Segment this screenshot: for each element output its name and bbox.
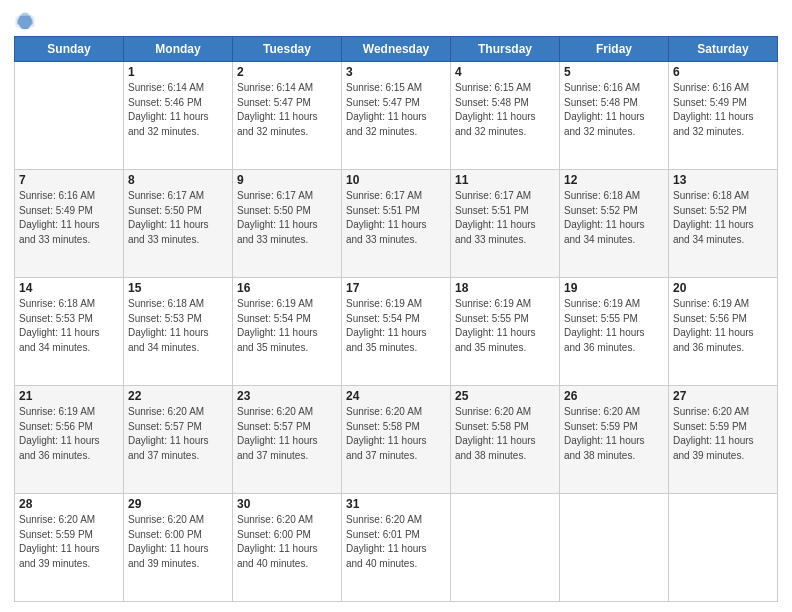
day-detail: Sunrise: 6:17 AMSunset: 5:51 PMDaylight:… (346, 189, 446, 247)
sunrise-text: Sunrise: 6:17 AM (455, 190, 531, 201)
day-number: 6 (673, 65, 773, 79)
daylight-text-2: and 34 minutes. (564, 234, 635, 245)
calendar-cell: 15Sunrise: 6:18 AMSunset: 5:53 PMDayligh… (124, 278, 233, 386)
week-row-2: 7Sunrise: 6:16 AMSunset: 5:49 PMDaylight… (15, 170, 778, 278)
sunrise-text: Sunrise: 6:15 AM (455, 82, 531, 93)
calendar-cell: 3Sunrise: 6:15 AMSunset: 5:47 PMDaylight… (342, 62, 451, 170)
sunrise-text: Sunrise: 6:18 AM (673, 190, 749, 201)
calendar-cell: 10Sunrise: 6:17 AMSunset: 5:51 PMDayligh… (342, 170, 451, 278)
day-number: 16 (237, 281, 337, 295)
day-number: 5 (564, 65, 664, 79)
sunset-text: Sunset: 5:46 PM (128, 97, 202, 108)
daylight-text-2: and 33 minutes. (455, 234, 526, 245)
calendar-cell: 12Sunrise: 6:18 AMSunset: 5:52 PMDayligh… (560, 170, 669, 278)
calendar-cell: 7Sunrise: 6:16 AMSunset: 5:49 PMDaylight… (15, 170, 124, 278)
calendar-cell: 27Sunrise: 6:20 AMSunset: 5:59 PMDayligh… (669, 386, 778, 494)
calendar-cell: 20Sunrise: 6:19 AMSunset: 5:56 PMDayligh… (669, 278, 778, 386)
daylight-text-1: Daylight: 11 hours (19, 219, 100, 230)
sunrise-text: Sunrise: 6:18 AM (564, 190, 640, 201)
daylight-text-2: and 37 minutes. (346, 450, 417, 461)
sunrise-text: Sunrise: 6:19 AM (19, 406, 95, 417)
calendar-cell: 11Sunrise: 6:17 AMSunset: 5:51 PMDayligh… (451, 170, 560, 278)
day-number: 17 (346, 281, 446, 295)
sunrise-text: Sunrise: 6:15 AM (346, 82, 422, 93)
daylight-text-2: and 32 minutes. (455, 126, 526, 137)
day-number: 10 (346, 173, 446, 187)
daylight-text-1: Daylight: 11 hours (19, 435, 100, 446)
daylight-text-1: Daylight: 11 hours (455, 111, 536, 122)
calendar-cell: 18Sunrise: 6:19 AMSunset: 5:55 PMDayligh… (451, 278, 560, 386)
sunrise-text: Sunrise: 6:20 AM (237, 406, 313, 417)
sunset-text: Sunset: 6:00 PM (237, 529, 311, 540)
daylight-text-1: Daylight: 11 hours (237, 435, 318, 446)
day-detail: Sunrise: 6:19 AMSunset: 5:54 PMDaylight:… (237, 297, 337, 355)
daylight-text-1: Daylight: 11 hours (237, 219, 318, 230)
day-detail: Sunrise: 6:20 AMSunset: 5:57 PMDaylight:… (128, 405, 228, 463)
day-header-saturday: Saturday (669, 37, 778, 62)
calendar-cell: 9Sunrise: 6:17 AMSunset: 5:50 PMDaylight… (233, 170, 342, 278)
day-number: 4 (455, 65, 555, 79)
calendar-cell: 28Sunrise: 6:20 AMSunset: 5:59 PMDayligh… (15, 494, 124, 602)
week-row-3: 14Sunrise: 6:18 AMSunset: 5:53 PMDayligh… (15, 278, 778, 386)
calendar-cell (669, 494, 778, 602)
day-number: 25 (455, 389, 555, 403)
daylight-text-2: and 38 minutes. (564, 450, 635, 461)
day-detail: Sunrise: 6:17 AMSunset: 5:50 PMDaylight:… (128, 189, 228, 247)
daylight-text-2: and 35 minutes. (346, 342, 417, 353)
daylight-text-2: and 33 minutes. (19, 234, 90, 245)
sunset-text: Sunset: 5:54 PM (346, 313, 420, 324)
daylight-text-1: Daylight: 11 hours (346, 219, 427, 230)
day-number: 14 (19, 281, 119, 295)
day-number: 30 (237, 497, 337, 511)
daylight-text-1: Daylight: 11 hours (128, 111, 209, 122)
day-number: 1 (128, 65, 228, 79)
day-header-wednesday: Wednesday (342, 37, 451, 62)
day-detail: Sunrise: 6:18 AMSunset: 5:52 PMDaylight:… (564, 189, 664, 247)
day-detail: Sunrise: 6:20 AMSunset: 5:58 PMDaylight:… (455, 405, 555, 463)
day-header-sunday: Sunday (15, 37, 124, 62)
calendar-cell: 23Sunrise: 6:20 AMSunset: 5:57 PMDayligh… (233, 386, 342, 494)
sunrise-text: Sunrise: 6:16 AM (19, 190, 95, 201)
week-row-1: 1Sunrise: 6:14 AMSunset: 5:46 PMDaylight… (15, 62, 778, 170)
daylight-text-2: and 36 minutes. (673, 342, 744, 353)
day-detail: Sunrise: 6:20 AMSunset: 5:59 PMDaylight:… (564, 405, 664, 463)
daylight-text-2: and 32 minutes. (346, 126, 417, 137)
day-number: 11 (455, 173, 555, 187)
day-number: 20 (673, 281, 773, 295)
sunrise-text: Sunrise: 6:14 AM (128, 82, 204, 93)
daylight-text-2: and 32 minutes. (564, 126, 635, 137)
calendar-cell: 31Sunrise: 6:20 AMSunset: 6:01 PMDayligh… (342, 494, 451, 602)
daylight-text-1: Daylight: 11 hours (346, 327, 427, 338)
daylight-text-2: and 37 minutes. (237, 450, 308, 461)
calendar-cell: 24Sunrise: 6:20 AMSunset: 5:58 PMDayligh… (342, 386, 451, 494)
calendar-cell: 29Sunrise: 6:20 AMSunset: 6:00 PMDayligh… (124, 494, 233, 602)
sunrise-text: Sunrise: 6:20 AM (128, 514, 204, 525)
sunset-text: Sunset: 5:51 PM (455, 205, 529, 216)
daylight-text-2: and 34 minutes. (128, 342, 199, 353)
sunrise-text: Sunrise: 6:20 AM (19, 514, 95, 525)
daylight-text-1: Daylight: 11 hours (128, 327, 209, 338)
day-detail: Sunrise: 6:19 AMSunset: 5:56 PMDaylight:… (19, 405, 119, 463)
daylight-text-1: Daylight: 11 hours (346, 543, 427, 554)
calendar-cell: 5Sunrise: 6:16 AMSunset: 5:48 PMDaylight… (560, 62, 669, 170)
daylight-text-2: and 36 minutes. (19, 450, 90, 461)
sunset-text: Sunset: 5:49 PM (19, 205, 93, 216)
daylight-text-1: Daylight: 11 hours (346, 435, 427, 446)
week-row-4: 21Sunrise: 6:19 AMSunset: 5:56 PMDayligh… (15, 386, 778, 494)
sunset-text: Sunset: 5:49 PM (673, 97, 747, 108)
day-detail: Sunrise: 6:19 AMSunset: 5:55 PMDaylight:… (455, 297, 555, 355)
daylight-text-2: and 34 minutes. (673, 234, 744, 245)
day-number: 31 (346, 497, 446, 511)
calendar-cell: 21Sunrise: 6:19 AMSunset: 5:56 PMDayligh… (15, 386, 124, 494)
daylight-text-1: Daylight: 11 hours (237, 111, 318, 122)
sunset-text: Sunset: 5:47 PM (346, 97, 420, 108)
day-number: 2 (237, 65, 337, 79)
daylight-text-1: Daylight: 11 hours (564, 327, 645, 338)
sunset-text: Sunset: 5:56 PM (673, 313, 747, 324)
sunset-text: Sunset: 5:50 PM (128, 205, 202, 216)
daylight-text-1: Daylight: 11 hours (237, 543, 318, 554)
daylight-text-1: Daylight: 11 hours (564, 111, 645, 122)
daylight-text-2: and 35 minutes. (455, 342, 526, 353)
calendar-cell: 14Sunrise: 6:18 AMSunset: 5:53 PMDayligh… (15, 278, 124, 386)
day-number: 28 (19, 497, 119, 511)
